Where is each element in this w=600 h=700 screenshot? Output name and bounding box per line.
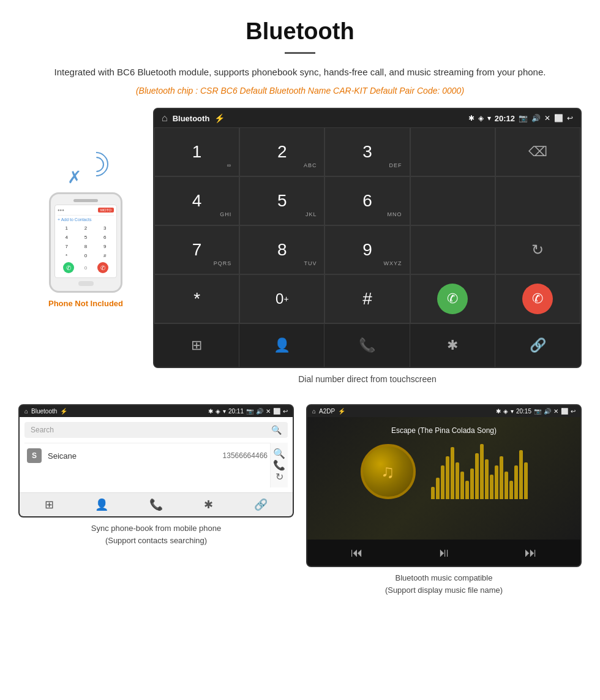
visualizer-bar xyxy=(519,450,523,499)
dial-key-4[interactable]: 4GHI xyxy=(154,176,239,225)
dial-refresh[interactable]: ↻ xyxy=(495,225,580,274)
search-bar[interactable]: Search 🔍 xyxy=(24,422,288,438)
pb-close-icon[interactable]: ✕ xyxy=(266,408,271,415)
dial-key-3[interactable]: 3DEF xyxy=(324,127,410,176)
home-icon[interactable]: ⌂ xyxy=(162,113,168,124)
call-red-button[interactable]: ✆ xyxy=(522,284,553,314)
phone-key-0[interactable]: 0 xyxy=(77,252,94,260)
phone-key-6[interactable]: 6 xyxy=(96,233,114,241)
toolbar-settings[interactable]: 🔗 xyxy=(495,324,580,367)
phonebook-status-bar: ⌂ Bluetooth ⚡ ✱ ◈ ▾ 20:11 📷 🔊 ✕ ⬜ ↩ xyxy=(20,405,293,417)
music-home-icon[interactable]: ⌂ xyxy=(312,408,316,415)
visualizer-bar xyxy=(514,465,518,499)
pb-home-icon[interactable]: ⌂ xyxy=(24,408,28,415)
phone-key-4[interactable]: 4 xyxy=(58,233,75,241)
dial-call-green[interactable]: ✆ xyxy=(410,274,495,323)
bt-status-icon: ✱ xyxy=(468,114,474,122)
top-section: ✗ ●●● MOTO + Add to Contacts 1 2 3 4 xyxy=(18,108,582,395)
visualizer-bar xyxy=(509,481,513,499)
pb-refresh-icon[interactable]: ↻ xyxy=(276,471,283,483)
pb-toolbar-keypad[interactable]: ⊞ xyxy=(45,498,54,511)
phone-key-9[interactable]: 9 xyxy=(96,243,114,250)
toolbar-contacts[interactable]: 👤 xyxy=(239,324,324,367)
music-title: A2DP xyxy=(319,408,335,415)
dial-key-5[interactable]: 5JKL xyxy=(239,176,324,225)
music-item: ⌂ A2DP ⚡ ✱ ◈ ▾ 20:15 📷 🔊 ✕ ⬜ ↩ xyxy=(306,404,582,596)
visualizer xyxy=(425,444,528,499)
volume-icon: 🔊 xyxy=(531,114,541,122)
header-divider xyxy=(285,52,315,54)
phonebook-main: S Seicane 13566664466 🔍 📞 ↻ xyxy=(24,443,288,487)
pb-usb-icon: ⚡ xyxy=(60,408,67,415)
pb-toolbar-calls[interactable]: 📞 xyxy=(149,498,163,511)
next-button[interactable]: ⏭ xyxy=(525,546,537,560)
close-icon[interactable]: ✕ xyxy=(544,114,550,122)
window-icon[interactable]: ⬜ xyxy=(554,114,563,122)
dial-key-2[interactable]: 2ABC xyxy=(239,127,324,176)
screen-title: Bluetooth xyxy=(173,114,210,123)
dial-key-hash[interactable]: # xyxy=(324,274,410,323)
dial-key-9[interactable]: 9WXYZ xyxy=(324,225,410,274)
album-art: ♫ xyxy=(361,444,416,499)
dial-key-8[interactable]: 8TUV xyxy=(239,225,324,274)
search-icon[interactable]: 🔍 xyxy=(271,425,282,435)
visualizer-bar xyxy=(465,481,469,499)
dial-caption: Dial number direct from touchscreen xyxy=(298,374,437,384)
pb-search-icon[interactable]: 🔍 xyxy=(273,448,285,459)
dial-key-7[interactable]: 7PQRS xyxy=(154,225,239,274)
pb-back-icon[interactable]: ↩ xyxy=(283,408,288,415)
music-volume-icon: 🔊 xyxy=(544,408,551,415)
phone-key-2[interactable]: 2 xyxy=(77,224,94,232)
phone-key-8[interactable]: 8 xyxy=(77,243,94,250)
toolbar-keypad[interactable]: ⊞ xyxy=(154,324,239,367)
phone-sidebar: ✗ ●●● MOTO + Add to Contacts 1 2 3 4 xyxy=(18,108,153,308)
phone-key-hash[interactable]: # xyxy=(96,252,114,260)
music-screen: ⌂ A2DP ⚡ ✱ ◈ ▾ 20:15 📷 🔊 ✕ ⬜ ↩ xyxy=(306,404,582,567)
phone-key-1[interactable]: 1 xyxy=(58,224,75,232)
visualizer-bar xyxy=(480,444,484,499)
phone-key-star[interactable]: * xyxy=(58,252,75,260)
status-left: ⌂ Bluetooth ⚡ xyxy=(162,113,225,124)
toolbar-bluetooth[interactable]: ✱ xyxy=(410,324,495,367)
phone-screen: ●●● MOTO + Add to Contacts 1 2 3 4 5 6 7… xyxy=(54,205,117,278)
phone-call-button[interactable]: ✆ xyxy=(63,262,74,273)
phone-end-button[interactable]: ✆ xyxy=(97,262,108,273)
back-icon[interactable]: ↩ xyxy=(567,114,573,122)
contact-avatar: S xyxy=(27,448,42,463)
pb-toolbar-settings[interactable]: 🔗 xyxy=(254,498,268,511)
dial-call-red[interactable]: ✆ xyxy=(495,274,580,323)
music-window-icon[interactable]: ⬜ xyxy=(561,408,568,415)
prev-button[interactable]: ⏮ xyxy=(351,546,363,560)
music-back-icon[interactable]: ↩ xyxy=(571,408,576,415)
pb-toolbar-bluetooth[interactable]: ✱ xyxy=(204,498,213,511)
phonebook-screen: ⌂ Bluetooth ⚡ ✱ ◈ ▾ 20:11 📷 🔊 ✕ ⬜ ↩ xyxy=(18,404,294,517)
visualizer-bar xyxy=(431,487,435,499)
dial-key-1[interactable]: 1∞ xyxy=(154,127,239,176)
pb-window-icon[interactable]: ⬜ xyxy=(273,408,280,415)
dial-toolbar: ⊞ 👤 📞 ✱ 🔗 xyxy=(154,323,580,367)
contact-row[interactable]: S Seicane 13566664466 xyxy=(24,443,270,468)
visualizer-bar xyxy=(490,475,493,499)
wave-inner xyxy=(79,147,114,182)
dial-key-6[interactable]: 6MNO xyxy=(324,176,410,225)
bluetooth-icon: ✗ xyxy=(67,167,81,187)
pb-toolbar-contacts[interactable]: 👤 xyxy=(95,498,108,511)
phone-home-button[interactable] xyxy=(78,281,94,286)
phone-key-3[interactable]: 3 xyxy=(96,224,114,232)
music-close-icon[interactable]: ✕ xyxy=(553,408,558,415)
phone-key-5[interactable]: 5 xyxy=(77,233,94,241)
music-status-left: ⌂ A2DP ⚡ xyxy=(312,408,345,415)
phone-key-7[interactable]: 7 xyxy=(58,243,75,250)
phone-speaker xyxy=(73,199,98,202)
toolbar-calls[interactable]: 📞 xyxy=(324,324,410,367)
play-pause-button[interactable]: ⏯ xyxy=(438,546,450,560)
camera-icon: 📷 xyxy=(519,114,528,122)
location-icon: ◈ xyxy=(478,114,484,122)
pb-phone-icon[interactable]: 📞 xyxy=(273,459,285,471)
call-green-button[interactable]: ✆ xyxy=(437,284,468,314)
pb-title: Bluetooth xyxy=(31,408,57,415)
dial-backspace[interactable]: ⌫ xyxy=(495,127,580,176)
dial-key-star[interactable]: * xyxy=(154,274,239,323)
dial-key-0[interactable]: 0+ xyxy=(239,274,324,323)
phone-zero-key[interactable]: 0 xyxy=(84,265,87,271)
